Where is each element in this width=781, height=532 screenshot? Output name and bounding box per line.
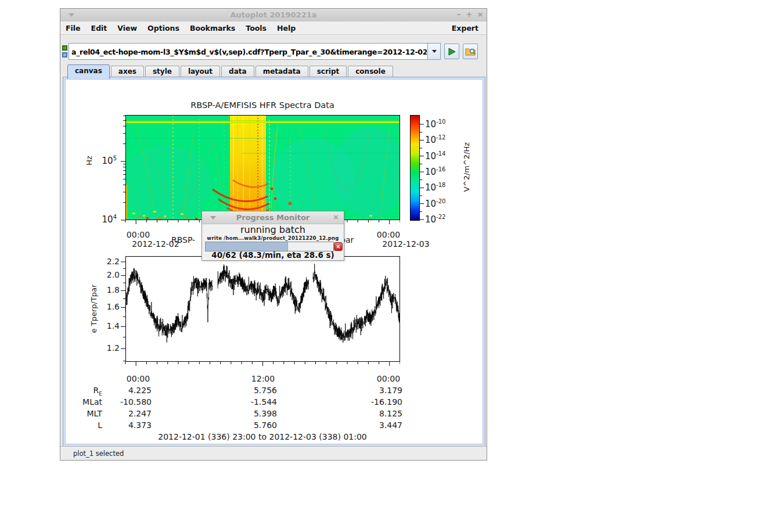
autoplot-window: Autoplot 20190221a – + × FileEditViewOpt…	[60, 8, 487, 461]
eph-value: 3.179	[350, 386, 402, 395]
spectro-xdate-right: 2012-12-03	[380, 239, 432, 249]
uri-input[interactable]	[70, 44, 428, 59]
timeseries-ytick-label: 1.6	[96, 302, 120, 311]
menu-bookmarks[interactable]: Bookmarks	[185, 23, 240, 34]
colorbar-tick-label: 10-20	[425, 198, 445, 209]
menu-help[interactable]: Help	[272, 23, 301, 34]
window-titlebar[interactable]: Autoplot 20190221a – + ×	[60, 9, 487, 22]
eph-value: 5.760	[225, 420, 277, 430]
eph-value: 4.373	[99, 420, 152, 430]
spectro-xtick-left: 00:00	[121, 230, 156, 239]
colorbar-label: V^2/m^2/Hz	[462, 112, 471, 222]
timeseries-plot[interactable]	[121, 256, 400, 366]
colorbar-tick-label: 10-18	[425, 182, 445, 193]
time-range-label: 2012-12-01 (336) 23:00 to 2012-12-03 (33…	[123, 432, 402, 441]
menu-bar: FileEditViewOptionsBookmarksToolsHelp Ex…	[60, 21, 487, 35]
timeseries-ytick-label: 1.8	[96, 285, 120, 294]
spectrogram-ytick-label: 105	[93, 155, 117, 166]
plot-title: RBSP-A/EMFISIS HFR Spectra Data	[123, 100, 402, 110]
eph-row-label: RE	[73, 386, 102, 397]
colorbar-tick-label: 10-16	[425, 166, 445, 177]
uri-combobox	[69, 43, 441, 60]
progress-dialog-title: Progress Monitor	[202, 213, 344, 222]
eph-row-label: MLT	[73, 409, 102, 418]
status-message: plot_1 selected	[73, 450, 124, 458]
close-button[interactable]: ×	[476, 10, 485, 19]
eph-value: 8.125	[350, 409, 402, 418]
inspect-uri-button[interactable]	[463, 44, 478, 59]
spectro-xtick-right: 00:00	[371, 230, 406, 239]
eph-value: 3.447	[350, 420, 402, 430]
timeseries-ytick-label: 1.2	[96, 343, 120, 353]
spectrogram-ylabel: Hz	[85, 143, 93, 178]
eph-value: -1.544	[225, 397, 277, 407]
progress-detail-label: write /hom...walk3/product_20121220_12.p…	[202, 235, 344, 241]
menu-edit[interactable]: Edit	[86, 23, 113, 34]
go-button[interactable]	[444, 44, 459, 59]
menu-file[interactable]: File	[60, 23, 86, 34]
uri-dropdown-button[interactable]	[427, 44, 440, 59]
tab-canvas[interactable]: canvas	[67, 64, 110, 79]
eph-value: 5.756	[225, 386, 277, 395]
menu-options[interactable]: Options	[142, 23, 185, 34]
maximize-button[interactable]: +	[465, 10, 474, 19]
eph-value: 2.247	[99, 409, 152, 418]
timeseries-xtick-label: 00:00	[121, 374, 156, 383]
progress-bar-fill	[206, 242, 288, 251]
minimize-button[interactable]: –	[454, 10, 463, 19]
colorbar-tick-label: 10-10	[425, 118, 445, 130]
datasource-blue-icon[interactable]	[62, 52, 67, 57]
eph-value: -10.580	[99, 397, 152, 407]
folder-magnifier-icon	[465, 47, 476, 56]
progress-dialog-titlebar[interactable]: Progress Monitor ×	[202, 211, 344, 224]
eph-row-label: MLat	[73, 397, 102, 407]
eph-value: 5.398	[225, 409, 277, 418]
progress-cancel-button[interactable]: ×	[334, 242, 343, 251]
timeseries-ytick-label: 2.0	[96, 270, 120, 279]
timeseries-xtick-label: 00:00	[371, 374, 406, 383]
timeseries-ytick-label: 1.4	[96, 321, 120, 330]
expert-mode-label[interactable]: Expert	[452, 24, 487, 33]
progress-close-icon[interactable]: ×	[333, 213, 339, 221]
colorbar-tick-label: 10-14	[425, 150, 445, 161]
eph-value: 4.225	[99, 386, 152, 395]
datasource-green-icon[interactable]	[62, 45, 67, 51]
menu-view[interactable]: View	[112, 23, 142, 34]
menu-tools[interactable]: Tools	[240, 23, 272, 34]
progress-task-label: running batch	[202, 224, 344, 235]
eph-value: -16.190	[350, 397, 402, 407]
spectrogram-ytick-label: 104	[93, 214, 117, 225]
colorbar-tick-label: 10-12	[425, 134, 445, 145]
tab-bar: canvasaxesstylelayoutdatametadatascriptc…	[67, 64, 393, 77]
spectrogram-plot[interactable]	[121, 115, 400, 224]
obscured-caption-left: RBSP-	[171, 235, 195, 245]
eph-row-label: L	[73, 420, 102, 430]
progress-monitor-dialog[interactable]: Progress Monitor × running batch write /…	[201, 211, 344, 261]
play-icon	[447, 47, 456, 56]
timeseries-ytick-label: 2.2	[96, 257, 120, 266]
colorbar-tick-label: 10-22	[425, 214, 445, 225]
progress-status-label: 40/62 (48.3/min, eta 28.6 s)	[202, 250, 344, 260]
desktop: Autoplot 20190221a – + × FileEditViewOpt…	[0, 0, 781, 532]
chevron-down-icon	[432, 50, 437, 53]
timeseries-xtick-label: 12:00	[246, 374, 280, 383]
window-title: Autoplot 20190221a	[60, 10, 487, 19]
status-bar: plot_1 selected	[60, 446, 487, 460]
menu-bar-items: FileEditViewOptionsBookmarksToolsHelp	[60, 23, 301, 34]
